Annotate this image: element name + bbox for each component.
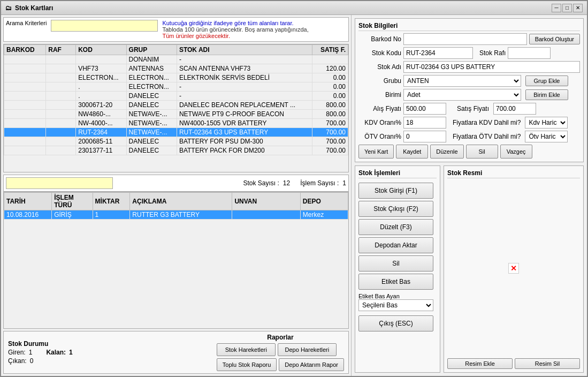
cikan-row: Çıkan: 0 [8,357,73,365]
stok-kodu-label: Stok Kodu [358,49,401,57]
minimize-button[interactable]: ─ [552,4,561,12]
cikan-label: Çıkan: [8,357,27,365]
left-panel: Arama Kriterleri Kutucuğa girdiğiniz ifa… [1,15,352,376]
alis-fiyati-input[interactable] [403,103,446,115]
resim-ekle-button[interactable]: Resim Ekle [447,358,513,369]
etiket-bas-ayan-select[interactable]: Seçileni Bas [358,299,433,311]
search-input-top[interactable] [51,20,158,32]
satis-fiyati-input[interactable] [493,103,536,115]
etiket-bas-ayan-row: Etiket Bas Ayan Seçileni Bas [358,293,437,311]
giren-row: Giren: 1 Kalan: 1 [8,349,73,356]
cell-stokadi: - [177,92,312,101]
resim-sil-button[interactable]: Resim Sil [515,358,580,369]
otv-dahil-select[interactable]: Ötv Haric [525,131,568,142]
sil-button[interactable]: Sil [466,145,498,159]
col-header-unvan: UNVAN [232,193,300,210]
cell-raf [46,73,76,82]
col-header-kod: KOD [76,45,126,55]
kdv-orani-label: KDV Oranı% [358,119,401,126]
toplu-stok-raporu-button[interactable]: Toplu Stok Raporu [217,358,277,371]
main-table-scroll[interactable]: BARKOD RAF KOD GRUP STOK ADI SATIŞ F. D [4,44,348,172]
table-row[interactable]: NW-4000-... NETWAVE-... NW4000-1505 VDR … [4,119,348,128]
islem-sil-button[interactable]: Sil [358,255,433,272]
stok-kodu-input[interactable] [403,47,473,59]
vazgec-button[interactable]: Vazgeç [500,145,532,159]
raporlar-section: Raporlar Stok Hareketleri Depo Hareketle… [217,334,344,371]
cell-barkod [4,64,46,73]
table-row[interactable]: RUT-2364 NETWAVE-... RUT-02364 G3 UPS BA… [4,128,348,137]
table-row[interactable]: VHF73 ANTENNAS SCAN ANTENNA VHF73 120.00 [4,64,348,73]
stok-kodu-row: Stok Kodu Stok Rafı [358,47,580,59]
otv-row: ÖTV Oranı% Fiyatlara ÖTV Dahil mi? Ötv H… [358,131,580,142]
col-header-satis: SATIŞ F. [312,45,348,55]
cell-satis: 700.00 [312,128,348,137]
yeni-kart-button[interactable]: Yeni Kart [358,145,394,159]
col-header-grup: GRUP [126,45,177,55]
cell-kod: ELECTRON... [76,73,126,82]
bottom-table-scroll[interactable]: TARİH İŞLEM TÜRÜ MİKTAR AÇIKLAMA UNVAN D… [4,192,348,328]
cell-satis: 0.00 [312,92,348,101]
depodan-aktar-button[interactable]: Depodan Aktar [358,237,433,253]
cell-satis [312,55,348,64]
kdv-dahil-select[interactable]: Kdv Haric [525,117,568,129]
search-input-bottom[interactable] [6,177,113,189]
titlebar-buttons: ─ □ ✕ [552,4,583,12]
kalan-label: Kalan: [46,349,66,356]
grubu-select[interactable]: ANTEN [403,75,521,87]
duzelt-button[interactable]: Düzelt (F3) [358,219,433,235]
cell-satis: 120.00 [312,64,348,73]
kaydet-button[interactable]: Kaydet [396,145,428,159]
barkod-olustur-button[interactable]: Barkod Oluştur [529,34,580,44]
table-row[interactable]: 3000671-20 DANELEC DANELEC BEACON REPLAC… [4,101,348,110]
hint-line3: Tüm ürünler gözükecektir. [162,33,308,39]
barkod-no-label: Barkod No [358,35,401,43]
table-row[interactable]: . ELECTRON... - 0.00 [4,82,348,92]
cell-barkod [4,82,46,92]
table-row[interactable]: DONANIM - [4,55,348,64]
duzenle-button[interactable]: Düzenle [430,145,463,159]
table-row[interactable]: . DANELEC - 0.00 [4,92,348,101]
stok-hareketleri-button[interactable]: Stok Hareketleri [217,343,276,356]
cell-kod: NW-4000-... [76,119,126,128]
red-x-symbol: ✕ [510,264,517,273]
stok-cikis-button[interactable]: Stok Çıkışı (F2) [358,201,433,217]
titlebar-left: 🗂 Stok Kartları [5,4,53,12]
stok-bilgileri-title: Stok Bilgileri [358,22,580,31]
cell-grup: DONANIM [126,55,177,64]
table-row[interactable]: 2301377-11 DANELEC BATTERY PACK FOR DM20… [4,146,348,155]
red-x-icon: ✕ [508,263,519,274]
right-panel: Stok Bilgileri Barkod No Barkod Oluştur … [352,15,587,376]
maximize-button[interactable]: □ [562,4,572,12]
table-row[interactable]: NW4860-... NETWAVE-... NETWAVE PT9 C-PRO… [4,110,348,119]
action-buttons: Yeni Kart Kaydet Düzenle Sil Vazgeç [358,145,580,159]
depo-hareketleri-button[interactable]: Depo Hareketleri [278,343,337,356]
cell-raf [46,128,76,137]
kdv-orani-input[interactable] [403,117,446,129]
cikis-button[interactable]: Çıkış (ESC) [358,315,433,331]
depo-aktarim-rapor-button[interactable]: Depo Aktarım Rapor [279,358,344,371]
table-row[interactable]: 2000685-11 DANELEC BATTERY FOR PSU DM-30… [4,137,348,146]
birim-ekle-button[interactable]: Birim Ekle [525,89,568,100]
birimi-select[interactable]: Adet [403,89,521,101]
stok-sayisi-label: Stok Sayısı : [243,179,279,187]
stok-resmi-section: Stok Resmi ✕ Resim Ekle Resim Sil [444,165,584,373]
cell-grup: ELECTRON... [126,73,177,82]
stok-rafi-input[interactable] [508,47,551,59]
table-row[interactable]: ELECTRON... ELECTRON... ELEKTRONİK SERVİ… [4,73,348,82]
otv-orani-input[interactable] [403,131,446,142]
cell-kod: 2000685-11 [76,137,126,146]
hint-line1: Kutucuğa girdiğiniz ifadeye göre tüm ala… [162,20,308,26]
bottom-table-row[interactable]: 10.08.2016 GİRİŞ 1 RUTTER G3 BATTERY Mer… [4,210,348,220]
barkod-no-input[interactable] [403,33,527,45]
main-table: BARKOD RAF KOD GRUP STOK ADI SATIŞ F. D [4,44,348,155]
close-button[interactable]: ✕ [573,4,583,12]
cell-miktar: 1 [93,210,130,220]
main-window: 🗂 Stok Kartları ─ □ ✕ Arama Kriterleri K… [0,0,588,377]
cell-grup: DANELEC [126,137,177,146]
etiket-bas-button[interactable]: Etiket Bas [358,274,433,290]
stok-adi-input[interactable] [403,61,580,73]
stok-durum-info: Stok Durumu Giren: 1 Kalan: 1 Çıkan: 0 [8,340,73,365]
grup-ekle-button[interactable]: Grup Ekle [525,76,568,86]
cell-raf [46,119,76,128]
stok-giris-button[interactable]: Stok Girişi (F1) [358,183,433,199]
